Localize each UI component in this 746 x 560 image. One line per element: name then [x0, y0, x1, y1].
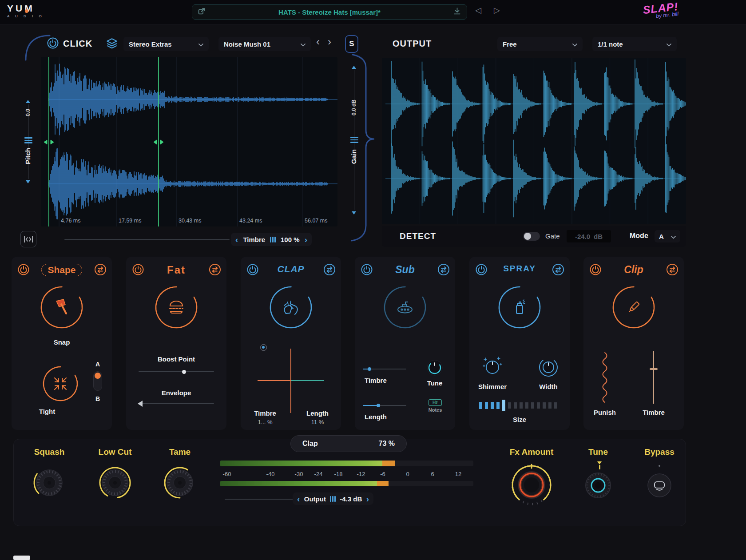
clap-xy-horizontal-axis-right[interactable] — [291, 380, 324, 381]
chevron-down-icon — [667, 40, 671, 48]
gate-threshold-unit: dB — [594, 233, 603, 240]
output-gain-value: -4.3 dB — [340, 495, 362, 503]
output-decrement-icon[interactable]: ‹ — [297, 495, 300, 503]
timbre-increment-icon[interactable]: › — [305, 235, 307, 244]
bypass-button[interactable] — [647, 473, 672, 498]
sub-unit-toggle[interactable]: Hz Notes — [423, 398, 448, 413]
shape-snap-knob[interactable] — [37, 282, 87, 332]
fx-amount-knob[interactable] — [510, 464, 553, 506]
burger-icon — [170, 301, 183, 313]
gate-threshold-field[interactable]: -24.0 dB — [567, 230, 611, 242]
spray-size-meter[interactable] — [479, 399, 560, 411]
output-waveform — [382, 58, 686, 224]
save-preset-icon[interactable] — [453, 7, 461, 17]
next-sample-button[interactable]: › — [328, 36, 331, 48]
gate-toggle-knob[interactable] — [524, 233, 531, 240]
click-timbre-slider-track[interactable] — [64, 239, 230, 240]
fat-envelope-handle[interactable] — [138, 401, 143, 407]
gate-toggle[interactable] — [523, 232, 540, 241]
clip-timbre-slider[interactable] — [649, 351, 658, 404]
output-gain-control[interactable]: ‹ Output -4.3 dB › — [293, 492, 373, 505]
gain-down-arrow-icon[interactable] — [352, 211, 356, 214]
fat-main-knob[interactable] — [151, 282, 201, 332]
output-increment-icon[interactable]: › — [366, 495, 369, 503]
pitch-down-arrow-icon[interactable] — [26, 180, 30, 183]
clap-timbre-value: 1... % — [247, 419, 283, 425]
pitch-slider-handle[interactable] — [24, 137, 32, 143]
clap-xy-horizontal-axis-left[interactable] — [258, 380, 290, 381]
clap-mode-radio[interactable] — [260, 344, 267, 351]
output-section-title: OUTPUT — [393, 39, 432, 49]
drag-grip-icon[interactable] — [270, 237, 276, 242]
meter-scale-label: -30 — [291, 471, 307, 477]
lowcut-knob[interactable] — [98, 466, 132, 500]
output-sync-dropdown[interactable]: Free — [497, 37, 583, 51]
clap-compare-icon[interactable] — [323, 263, 336, 276]
shape-compare-icon[interactable] — [94, 263, 107, 276]
previous-sample-button[interactable]: ‹ — [316, 36, 320, 48]
preset-browser-bar[interactable]: HATS - Stereoize Hats [mussar]* — [192, 4, 467, 20]
shape-module: Shape Snap — [12, 257, 112, 430]
gain-slider-handle[interactable] — [350, 137, 358, 143]
mode-dropdown[interactable]: A — [655, 230, 680, 242]
sub-compare-icon[interactable] — [437, 263, 450, 276]
shape-tight-knob[interactable] — [39, 362, 82, 405]
click-layer-dropdown[interactable]: Stereo Extras — [123, 37, 209, 51]
output-gain-slider-track[interactable] — [225, 499, 298, 500]
tame-knob[interactable] — [163, 466, 197, 500]
sub-tune-knob[interactable] — [426, 359, 444, 377]
gain-up-arrow-icon[interactable] — [352, 66, 356, 69]
sub-length-fill — [363, 405, 378, 406]
parameter-readout-pill[interactable]: Clap 73 % — [290, 435, 407, 452]
pitch-up-arrow-icon[interactable] — [26, 100, 30, 103]
master-tune-knob[interactable] — [584, 471, 612, 500]
squash-knob[interactable] — [32, 466, 66, 500]
brand-subtitle: A U D I O — [7, 14, 44, 18]
clip-main-knob[interactable] — [609, 282, 659, 332]
spray-width-knob[interactable] — [538, 356, 559, 377]
spray-size-handle[interactable] — [502, 400, 505, 411]
click-waveform[interactable] — [41, 57, 337, 226]
time-labels: 4.76 ms17.59 ms30.43 ms43.24 ms56.07 ms — [41, 217, 337, 224]
click-power-button[interactable] — [47, 37, 59, 49]
click-waveform-display[interactable]: 4.76 ms17.59 ms30.43 ms43.24 ms56.07 ms — [41, 57, 337, 226]
clip-punish-slider[interactable] — [599, 351, 610, 404]
shape-ab-toggle[interactable] — [93, 371, 102, 391]
fat-boost-point-slider[interactable] — [139, 371, 214, 372]
clip-timbre-handle[interactable] — [650, 368, 658, 370]
gain-slider[interactable]: 0.0 dB Gain — [347, 66, 361, 214]
shape-ab-toggle-knob[interactable] — [95, 373, 101, 379]
sub-length-handle[interactable] — [377, 404, 380, 407]
clap-mode-radio-dot — [262, 346, 265, 349]
readout-parameter-value: 73 % — [379, 440, 395, 448]
tune-marker-line — [599, 465, 600, 469]
clap-main-knob[interactable] — [266, 282, 316, 332]
spray-main-knob[interactable] — [495, 282, 544, 332]
sub-timbre-handle[interactable] — [368, 367, 371, 371]
zoom-fit-button[interactable] — [20, 231, 36, 247]
click-solo-button[interactable]: S — [345, 35, 358, 53]
sub-length-slider[interactable] — [363, 405, 406, 406]
clip-compare-icon[interactable] — [666, 263, 679, 276]
fat-boost-point-handle[interactable] — [182, 370, 186, 374]
sub-unit-hz-button[interactable]: Hz — [429, 399, 442, 406]
click-sample-dropdown[interactable]: Noise Mush 01 — [218, 37, 311, 51]
drag-grip-icon[interactable] — [330, 496, 336, 502]
sub-length-label: Length — [365, 413, 396, 421]
timbre-decrement-icon[interactable]: ‹ — [235, 235, 238, 244]
click-timbre-control[interactable]: ‹ Timbre 100 % › — [231, 233, 312, 246]
fat-compare-icon[interactable] — [209, 263, 221, 276]
export-preset-icon[interactable] — [198, 7, 206, 17]
sub-main-knob[interactable] — [380, 282, 430, 332]
pitch-slider[interactable]: 0.0 Pitch — [21, 100, 35, 183]
sub-unit-notes-button[interactable]: Notes — [423, 407, 448, 413]
spray-shimmer-knob[interactable] — [482, 354, 503, 376]
sub-timbre-slider[interactable] — [363, 369, 406, 369]
output-note-dropdown[interactable]: 1/1 note — [592, 37, 677, 51]
spray-compare-icon[interactable] — [552, 263, 564, 276]
layers-icon[interactable] — [106, 37, 118, 52]
next-preset-button[interactable]: ▷ — [494, 6, 500, 14]
mode-value: A — [659, 233, 664, 240]
fat-envelope-slider[interactable] — [139, 403, 214, 404]
previous-preset-button[interactable]: ◁ — [475, 6, 481, 14]
